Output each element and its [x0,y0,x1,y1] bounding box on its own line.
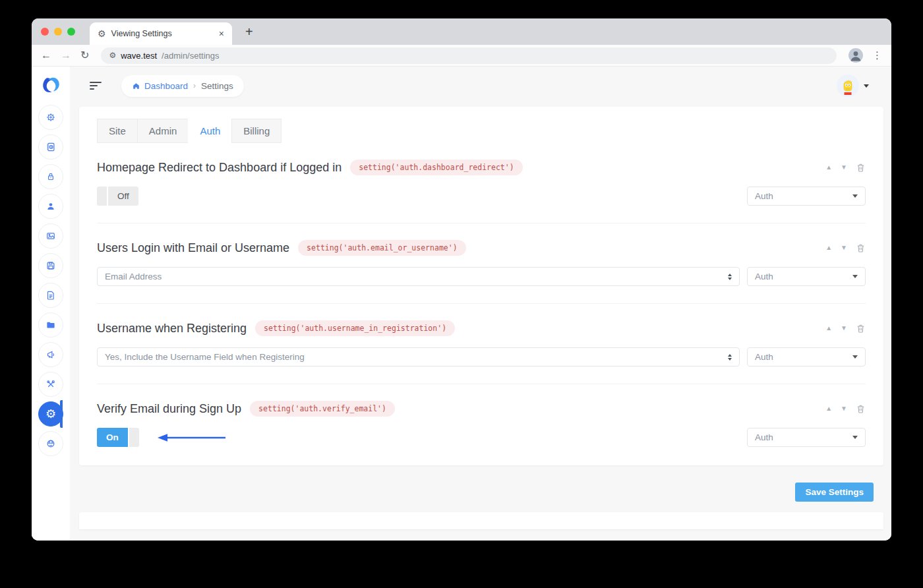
setting-key-badge: setting('auth.username_in_registration') [255,320,455,336]
wave-logo[interactable] [40,74,62,96]
reload-icon[interactable]: ↻ [80,50,89,61]
move-down-icon[interactable]: ▼ [841,325,847,332]
move-up-icon[interactable]: ▲ [825,405,832,412]
megaphone-icon [45,349,57,361]
breadcrumb-separator: › [193,81,196,90]
move-down-icon[interactable]: ▼ [841,405,847,412]
home-icon [132,82,140,90]
sidebar-item-roles[interactable] [38,164,63,189]
gear-icon: ⚙ [45,408,56,420]
trash-icon[interactable] [856,404,866,414]
sidebar-item-users[interactable] [38,194,63,219]
breadcrumb-dashboard-link[interactable]: Dashboard [132,81,188,91]
sidebar-item-plugins[interactable] [38,372,63,397]
tab-auth[interactable]: Auth [188,119,232,143]
tools-icon [45,378,57,390]
group-select[interactable]: Auth [747,347,866,367]
close-tab-icon[interactable]: × [219,28,224,39]
value-select[interactable]: Email Address [97,267,740,286]
move-up-icon[interactable]: ▲ [825,245,832,251]
new-tab-button[interactable]: + [245,24,253,40]
toggle-label: Off [108,187,138,206]
app-content: ⚙ Dashboard › [32,67,891,541]
sidebar-item-pages[interactable] [38,283,63,308]
url-favicon-gear-icon: ⚙ [109,51,116,59]
select-stepper-icon [728,274,732,280]
next-card-partial [79,512,883,529]
traffic-lights [41,28,75,36]
top-bar: Dashboard › Settings [70,67,891,105]
url-host: wave.test [121,51,157,61]
zoom-window-button[interactable] [67,28,75,36]
setting-key-badge: setting('auth.dashboard_redirect') [350,160,522,175]
tab-site[interactable]: Site [97,119,138,143]
setting-title: Verify Email during Sign Up [97,402,241,416]
tab-favicon-gear-icon: ⚙ [98,29,106,38]
trash-icon[interactable] [856,243,866,253]
close-window-button[interactable] [41,28,49,36]
group-select[interactable]: Auth [747,187,866,206]
sidebar-item-categories[interactable] [38,312,63,338]
chevron-down-icon [852,436,858,439]
forward-icon[interactable]: → [61,50,71,61]
toggle-label: On [97,428,128,447]
browser-profile-avatar[interactable] [849,48,863,63]
minimize-window-button[interactable] [54,28,62,36]
sidebar-item-announcements[interactable] [38,342,63,367]
sidebar-item-media[interactable] [38,223,63,249]
setting-title: Username when Registering [97,322,247,336]
breadcrumb: Dashboard › Settings [121,75,244,97]
url-path: /admin/settings [162,51,219,61]
tab-billing[interactable]: Billing [231,119,282,143]
move-down-icon[interactable]: ▼ [841,164,847,171]
sidebar-item-themes[interactable] [38,431,63,456]
select-stepper-icon [728,354,732,361]
toggle-knob [97,187,107,206]
back-icon[interactable]: ← [41,50,51,61]
toggle-off[interactable]: Off [97,187,138,206]
chevron-down-icon [852,355,858,359]
value-select[interactable]: Yes, Include the Username Field when Reg… [97,347,740,367]
browser-tab-strip: ⚙ Viewing Settings × + [32,18,891,45]
toggle-knob [129,428,139,447]
page-icon [45,289,57,301]
sidebar: ⚙ [32,67,70,541]
trash-icon[interactable] [856,163,866,173]
notebook-icon [45,141,57,153]
browser-menu-icon[interactable]: ⋮ [872,49,882,61]
media-icon [45,230,57,242]
tab-title: Viewing Settings [111,29,214,38]
save-row: Save Settings [70,465,891,502]
chevron-down-icon [864,84,869,88]
setting-title: Homepage Redirect to Dashboard if Logged… [97,161,342,175]
helmet-icon [45,438,57,450]
save-settings-button[interactable]: Save Settings [795,483,874,502]
setting-key-badge: setting('auth.verify_email') [250,401,395,417]
menu-toggle-icon[interactable] [90,82,102,90]
sidebar-item-settings[interactable]: ⚙ [38,401,63,426]
setting-section: Homepage Redirect to Dashboard if Logged… [97,143,866,223]
annotation-arrow-icon [157,432,227,443]
setting-key-badge: setting('auth.email_or_username') [298,240,465,256]
move-down-icon[interactable]: ▼ [841,245,847,251]
sidebar-item-posts[interactable] [38,134,63,160]
group-select[interactable]: Auth [747,428,866,447]
url-input[interactable]: ⚙ wave.test/admin/settings [101,47,837,64]
user-menu[interactable] [837,74,869,97]
main-area: Dashboard › Settings [70,67,891,541]
chevron-down-icon [852,194,858,198]
trash-icon[interactable] [856,324,866,334]
group-select[interactable]: Auth [747,267,866,286]
active-indicator [60,400,63,428]
sidebar-item-backups[interactable] [38,253,63,278]
toggle-on[interactable]: On [97,428,139,447]
tab-admin[interactable]: Admin [137,119,189,143]
move-up-icon[interactable]: ▲ [825,164,832,171]
settings-tabs: Site Admin Auth Billing [97,119,866,143]
setting-section: Users Login with Email or Username setti… [97,223,866,304]
setting-title: Users Login with Email or Username [97,241,289,255]
browser-tab[interactable]: ⚙ Viewing Settings × [90,22,232,45]
browser-window: ⚙ Viewing Settings × + ← → ↻ ⚙ wave.test… [32,18,891,541]
move-up-icon[interactable]: ▲ [825,325,832,332]
sidebar-item-dashboard[interactable] [38,105,63,130]
